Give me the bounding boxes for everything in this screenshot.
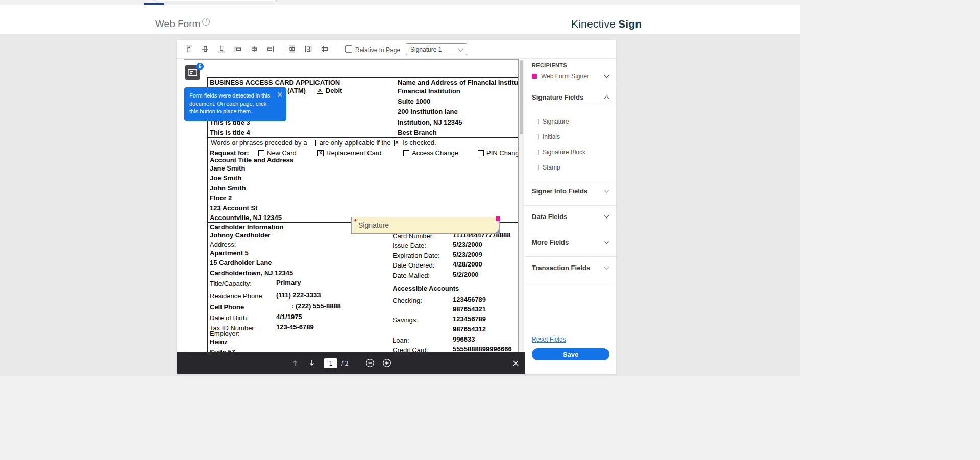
info-row: Cell Phone : (222) 555-8888 bbox=[210, 302, 378, 311]
section-more-fields[interactable]: More Fields bbox=[532, 237, 608, 247]
arrow-up-icon bbox=[291, 359, 299, 367]
zoom-out-button[interactable] bbox=[364, 357, 376, 369]
recipient-row[interactable]: Web Form Signer bbox=[532, 71, 608, 81]
document-scrollbar[interactable] bbox=[519, 60, 524, 351]
previous-page-button[interactable] bbox=[289, 357, 301, 369]
drag-grip-icon bbox=[536, 165, 539, 170]
field-type-select[interactable]: Signature 1 bbox=[406, 43, 467, 55]
notice-empty-checkbox bbox=[310, 140, 316, 146]
table-border bbox=[394, 77, 394, 137]
section-signer-info-fields[interactable]: Signer Info Fields bbox=[532, 186, 608, 196]
tooltip-close-icon[interactable] bbox=[276, 91, 283, 98]
close-viewer-button[interactable] bbox=[510, 357, 521, 369]
debit-checkbox: X bbox=[317, 88, 323, 94]
cardholder-header: Cardholder Information bbox=[210, 223, 283, 231]
field-item-initials[interactable]: Initials bbox=[536, 133, 560, 141]
zoom-in-button[interactable] bbox=[381, 357, 393, 369]
chevron-down-icon bbox=[604, 264, 609, 270]
employer-label: Employer: bbox=[210, 330, 240, 337]
align-center-button[interactable] bbox=[249, 44, 259, 54]
field-resize-grip[interactable] bbox=[494, 228, 499, 233]
document-page[interactable]: BUSINESS ACCESS CARD APPLICATION (ATM) X… bbox=[184, 59, 519, 352]
row-value: 996633 bbox=[453, 335, 475, 343]
address-label: Address: bbox=[210, 240, 236, 248]
align-right-icon bbox=[266, 45, 275, 53]
employer-line: Heinz bbox=[210, 338, 228, 346]
divider bbox=[525, 282, 616, 282]
account-line: 123 Account St bbox=[210, 204, 257, 212]
bank-line: 200 Institution lane bbox=[398, 108, 458, 115]
next-page-button[interactable] bbox=[306, 357, 317, 369]
place-detected-fields-button[interactable]: 6 bbox=[185, 65, 200, 80]
row-value: 5/23/2009 bbox=[453, 251, 482, 258]
align-bottom-button[interactable] bbox=[216, 44, 227, 54]
address-line: Cardholdertown, NJ 12345 bbox=[210, 269, 293, 277]
divider bbox=[525, 231, 616, 231]
request-option: PIN Change bbox=[478, 149, 519, 157]
option-label: New Card bbox=[267, 149, 297, 157]
align-middle-button[interactable] bbox=[200, 44, 210, 54]
bank-line: Name and Address of Financial Institutio… bbox=[398, 79, 519, 86]
arrow-down-icon bbox=[308, 359, 316, 367]
row-value: 5/23/2000 bbox=[453, 240, 482, 248]
main-area: Relative to Page Signature 1 B bbox=[0, 34, 800, 376]
account-title: Account Title and Address bbox=[210, 156, 293, 164]
signature-field-placed[interactable]: * Signature bbox=[351, 217, 500, 234]
align-left-button[interactable] bbox=[233, 44, 243, 54]
notice-text: Words or phrases preceded by a bbox=[211, 139, 307, 147]
notice-text: is checked. bbox=[403, 139, 436, 147]
recipient-name: Web Form Signer bbox=[541, 72, 589, 80]
request-option: X Replacement Card bbox=[317, 149, 381, 157]
row-value: 123456789 bbox=[453, 296, 486, 303]
field-item-stamp[interactable]: Stamp bbox=[536, 163, 560, 172]
field-item-signature[interactable]: Signature bbox=[536, 117, 569, 126]
field-item-signature-block[interactable]: Signature Block bbox=[536, 148, 585, 156]
info-icon[interactable]: i bbox=[202, 18, 210, 26]
section-data-fields[interactable]: Data Fields bbox=[532, 212, 608, 221]
account-line: Joe Smith bbox=[210, 174, 241, 182]
align-top-button[interactable] bbox=[184, 44, 194, 54]
scrollbar-thumb[interactable] bbox=[520, 60, 523, 134]
divider bbox=[525, 106, 616, 106]
cardholder-name: Johnny Cardholder bbox=[210, 231, 271, 239]
option-checkbox bbox=[403, 150, 409, 156]
notice-checked-checkbox: X bbox=[394, 140, 400, 146]
toolbar-separator bbox=[336, 43, 336, 55]
distribute-horizontal-button[interactable] bbox=[287, 44, 297, 54]
page-number-input[interactable] bbox=[324, 358, 337, 368]
table-border bbox=[207, 137, 519, 138]
section-label: More Fields bbox=[532, 238, 569, 246]
divider bbox=[525, 85, 616, 85]
distribute-vertical-icon bbox=[304, 45, 312, 53]
relative-to-page-checkbox[interactable] bbox=[345, 45, 352, 53]
row-value: 4/28/2000 bbox=[453, 260, 482, 268]
align-right-button[interactable] bbox=[265, 44, 276, 54]
reset-fields-link[interactable]: Reset Fields bbox=[532, 336, 566, 343]
section-signature-fields[interactable]: Signature Fields bbox=[532, 92, 608, 102]
account-row: Loan: 996633 bbox=[393, 335, 519, 345]
recipient-color-swatch bbox=[532, 74, 537, 79]
field-handle-top-right[interactable] bbox=[496, 216, 500, 221]
section-transaction-fields[interactable]: Transaction Fields bbox=[532, 263, 608, 272]
tooltip-text: Form fields were detected in this docume… bbox=[189, 92, 274, 116]
distribute-vertical-button[interactable] bbox=[303, 44, 313, 54]
row-label: Date Ordered: bbox=[393, 261, 434, 269]
signature-field-label: Signature bbox=[358, 221, 389, 229]
address-line: 15 Cardholder Lane bbox=[210, 259, 272, 267]
address-line: Apartment 5 bbox=[210, 249, 249, 257]
row-value: 123456789 bbox=[453, 315, 486, 323]
card-row: Date Mailed: 5/2/2000 bbox=[393, 271, 519, 280]
bank-line: Institution, NJ 12345 bbox=[398, 118, 462, 126]
account-row: Savings: 123456789 bbox=[393, 315, 519, 324]
info-row: Date of Birth: 4/1/1975 bbox=[210, 313, 378, 322]
account-row: Credit Card: 5555888899996666 bbox=[393, 345, 519, 352]
minus-circle-icon bbox=[365, 358, 375, 368]
field-item-label: Signature bbox=[543, 118, 569, 125]
divider bbox=[525, 205, 616, 206]
info-row: Residence Phone: (111) 222-3333 bbox=[210, 291, 378, 300]
account-line: John Smith bbox=[210, 184, 246, 192]
match-size-button[interactable] bbox=[320, 44, 330, 54]
row-label: Residence Phone: bbox=[210, 292, 264, 300]
field-type-value: Signature 1 bbox=[410, 46, 442, 53]
save-button[interactable]: Save bbox=[532, 348, 609, 360]
